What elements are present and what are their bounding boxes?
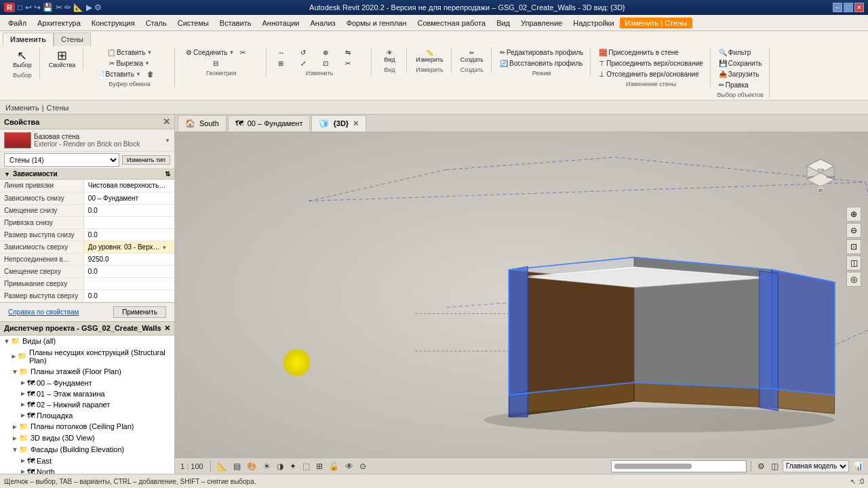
tree-expander[interactable]: ► [19, 379, 27, 386]
zoom-in-button[interactable]: ⊕ [846, 207, 861, 222]
tree-item---------------Floor-Plan-[interactable]: ▼📁Планы этажей (Floor Plan) [0, 366, 174, 378]
tree-item-East[interactable]: ►🗺East [0, 455, 174, 466]
edit-selection-button[interactable]: ✏ Правка [716, 80, 765, 90]
tree-expander[interactable]: ► [10, 352, 18, 360]
rotate-button[interactable]: ↺ [298, 47, 319, 58]
reveal-hidden-button[interactable]: ⊙ [357, 461, 368, 472]
ribbon-tab-modify[interactable]: Изменить [3, 33, 54, 46]
menu-insert[interactable]: Вставить [214, 18, 257, 28]
nav-cube[interactable]: TOP LEFT RIGHT 3D [793, 146, 848, 200]
offset-button[interactable]: ⊕ [320, 47, 342, 58]
window-controls[interactable]: ─ □ ✕ [833, 3, 864, 12]
menu-analysis[interactable]: Анализ [304, 18, 340, 28]
tree-item----------------------------Structural-Plan-[interactable]: ►📁Планы несущих конструкций (Structural … [0, 347, 174, 366]
trim-button[interactable]: ⊡ [320, 58, 342, 68]
tree-expander[interactable]: ▼ [11, 368, 19, 375]
tree-expander[interactable]: ▼ [11, 446, 19, 453]
menu-file[interactable]: Файл [3, 18, 32, 28]
nav-cube-svg[interactable]: TOP LEFT RIGHT 3D [793, 146, 848, 200]
tree-expander[interactable]: ► [11, 423, 19, 430]
tree-item-00------------[interactable]: ►🗺00 – Фундамент [0, 378, 174, 388]
maximize-button[interactable]: □ [844, 3, 853, 12]
menu-view[interactable]: Вид [491, 18, 515, 28]
view-scale-button[interactable]: 📐 [215, 461, 229, 472]
delete-button[interactable]: 🗑 [144, 69, 166, 79]
attach-top-bottom-button[interactable]: ⊤ Присоединить верх/основание [596, 58, 706, 68]
load-selection-button[interactable]: 📥 Загрузить [716, 69, 765, 79]
restore-profile-button[interactable]: 🔄 Восстановить профиль [497, 58, 586, 68]
menu-forms[interactable]: Формы и генплан [341, 18, 412, 28]
properties-button[interactable]: ⊞ Свойства [45, 47, 79, 70]
view-tab-South[interactable]: 🏠South [178, 115, 226, 131]
worksets-button[interactable]: ⚙ [755, 461, 767, 472]
analysis-mode-button[interactable]: 📊 [851, 461, 865, 472]
tree-expander[interactable]: ► [11, 434, 19, 442]
menu-annotations[interactable]: Аннотации [257, 18, 305, 28]
crop-region-button[interactable]: ⬚ [300, 461, 312, 472]
render-button[interactable]: ✦ [288, 461, 298, 472]
tree-expander[interactable]: ► [19, 411, 27, 419]
menu-collaboration[interactable]: Совместная работа [412, 18, 491, 28]
properties-close-button[interactable]: ✕ [163, 117, 170, 127]
tree-expander[interactable]: ► [19, 468, 27, 474]
zoom-fit-button[interactable]: ⊡ [846, 239, 861, 254]
detail-level-button[interactable]: ▤ [231, 461, 243, 472]
tree-item-3D-------3D-View-[interactable]: ►📁3D виды (3D View) [0, 432, 174, 444]
viewport[interactable]: TOP LEFT RIGHT 3D ⊕ ⊖ ⊡ ◫ ◎ [175, 132, 868, 458]
view-button[interactable]: 👁 Вид [379, 47, 401, 65]
edit-type-button[interactable]: Изменить тип [122, 155, 170, 165]
tree-item-------all-[interactable]: ▼📁Виды (all) [0, 336, 174, 347]
menu-steel[interactable]: Сталь [140, 18, 172, 28]
tree-expander[interactable]: ► [19, 457, 27, 464]
view-cube-button[interactable]: ◫ [846, 256, 861, 270]
tab-close-button[interactable]: ✕ [353, 119, 359, 128]
tree-item-02-----------------[interactable]: ►🗺02 – Нижний парапет [0, 399, 174, 410]
create-button[interactable]: ✏ Создать [457, 47, 487, 65]
view-tab-00------------[interactable]: 🗺00 – Фундамент [228, 115, 311, 131]
copy-button[interactable]: 📄 Вставить▼ [94, 69, 144, 79]
split-elem-button[interactable]: ✂ [342, 58, 364, 68]
apply-button[interactable]: Применить [113, 306, 166, 318]
scrollbar[interactable] [611, 460, 747, 472]
detach-top-bottom-button[interactable]: ⊥ Отсоединить верх/основание [596, 69, 706, 79]
join-button[interactable]: ⚙ Соединить▼ [183, 47, 237, 58]
menu-addins[interactable]: Надстройки [568, 18, 619, 28]
hide-crop-button[interactable]: ⊞ [314, 461, 325, 472]
menu-systems[interactable]: Системы [172, 18, 214, 28]
tree-item---------[interactable]: ►🗺Площадка [0, 410, 174, 421]
project-browser-close-button[interactable]: ✕ [164, 324, 170, 333]
save-selection-button[interactable]: 💾 Сохранить [716, 58, 765, 68]
menu-modify-walls[interactable]: Изменить | Стены [620, 18, 693, 28]
select-button[interactable]: ↖ Выбор [9, 47, 35, 70]
split-button[interactable]: ✂ [237, 47, 259, 58]
shadows-button[interactable]: ◑ [275, 461, 285, 472]
unlock-view-button[interactable]: 🔓 [327, 461, 341, 472]
ribbon-tab-walls[interactable]: Стены [54, 33, 91, 46]
visual-style-button[interactable]: 🎨 [245, 461, 259, 472]
tree-expander[interactable]: ▼ [3, 338, 11, 345]
mirror-button[interactable]: ⇋ [342, 47, 364, 58]
attach-wall-button[interactable]: 🧱 Присоединить в стене [596, 47, 706, 58]
properties-help-link[interactable]: Справка по свойствам [4, 306, 83, 318]
tree-expander[interactable]: ► [19, 401, 27, 408]
tree-item-North[interactable]: ►🗺North [0, 466, 174, 474]
close-button[interactable]: ✕ [854, 3, 864, 12]
sun-path-button[interactable]: ☀ [261, 461, 273, 472]
menu-architecture[interactable]: Архитектура [32, 18, 86, 28]
move-button[interactable]: ↔ [275, 47, 297, 58]
tree-expander[interactable]: ► [19, 390, 27, 397]
align-button[interactable]: ⊟ [210, 58, 232, 68]
tree-item---------Building-Elevation-[interactable]: ▼📁Фасады (Building Elevation) [0, 444, 174, 455]
model-selector[interactable]: Главная модель [783, 460, 849, 472]
temp-hide-button[interactable]: 👁 [343, 461, 355, 472]
breadcrumb-modify[interactable]: Изменить [5, 104, 39, 112]
edit-profile-button[interactable]: ✏ Редактировать профиль [497, 47, 586, 58]
steering-button[interactable]: ◎ [846, 272, 861, 287]
view-tab--3D-[interactable]: 🧊{3D}✕ [311, 115, 366, 131]
tree-item-01----------------[interactable]: ►🗺01 – Этаж магазина [0, 388, 174, 399]
breadcrumb-walls[interactable]: Стены [46, 104, 68, 112]
menu-manage[interactable]: Управление [515, 18, 568, 28]
scale-button[interactable]: ⤢ [298, 58, 319, 68]
menu-construction[interactable]: Конструкция [86, 18, 140, 28]
cut-button[interactable]: ✂ Вырезка▼ [106, 58, 152, 68]
